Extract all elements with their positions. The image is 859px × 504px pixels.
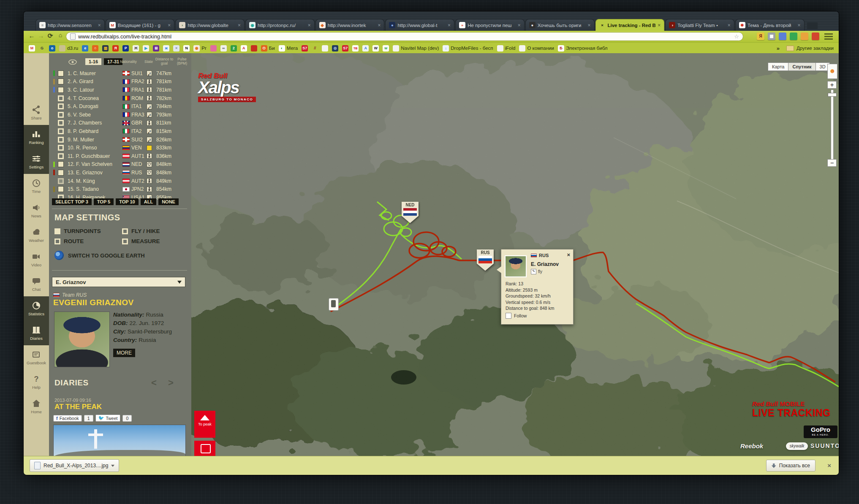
overflow-chevron[interactable]: » xyxy=(777,45,780,51)
forward-button[interactable]: → xyxy=(36,32,46,39)
bookmark-star-icon[interactable]: ☆ xyxy=(734,33,739,40)
tab-close-icon[interactable]: × xyxy=(798,22,801,28)
zoom-in-button[interactable]: + xyxy=(827,81,837,89)
browser-tab[interactable]: ◉http://protonpc.ru/× xyxy=(245,19,315,31)
sidebar-item-statistics[interactable]: Statistics xyxy=(24,296,49,321)
athlete-checkbox[interactable] xyxy=(58,95,64,101)
bookmark-item[interactable]: w xyxy=(383,45,389,51)
athlete-checkbox[interactable] xyxy=(58,120,64,126)
athlete-checkbox[interactable] xyxy=(58,70,64,76)
downloaded-file-button[interactable]: Red_Bull_X-Alps_2013....jpg xyxy=(30,459,119,472)
athlete-checkbox[interactable] xyxy=(58,178,64,184)
athlete-checkbox[interactable] xyxy=(58,170,64,176)
browser-tab[interactable]: ×Live tracking - Red B× xyxy=(595,19,665,31)
select-button[interactable]: TOP 10 xyxy=(116,198,139,205)
turnpoint-marker[interactable] xyxy=(329,298,339,311)
tab-close-icon[interactable]: × xyxy=(728,22,731,28)
bookmark-item[interactable]: M xyxy=(29,45,35,51)
table-row[interactable]: 10. R. PensoVEN833km xyxy=(49,144,191,152)
sidebar-item-weather[interactable]: Weather xyxy=(24,223,49,247)
map-view-button[interactable]: Карта xyxy=(768,62,788,71)
address-bar[interactable]: www.redbullxalps.com/live-tracking.html … xyxy=(66,32,743,41)
tab-close-icon[interactable]: × xyxy=(587,22,590,28)
bookmark-item[interactable]: iFold xyxy=(497,45,516,51)
browser-tab[interactable]: »Не пропустили пеш× xyxy=(455,19,525,31)
table-row[interactable]: 15. S. TadanoJPN2854km xyxy=(49,185,191,193)
bookmark-item[interactable]: БЭлектронная библ xyxy=(558,45,608,51)
bookmark-item[interactable]: A xyxy=(362,45,369,51)
table-row[interactable]: 14. M. KüngAUT2849km xyxy=(49,177,191,185)
bookmark-item[interactable]: ж xyxy=(163,45,169,51)
athlete-checkbox[interactable] xyxy=(58,161,64,167)
bookmark-item[interactable]: S7 xyxy=(302,45,308,51)
bookmark-item[interactable]: G xyxy=(39,45,45,51)
tab-close-icon[interactable]: × xyxy=(658,22,661,28)
table-row[interactable]: 7. J. ChambersGBR811km xyxy=(49,119,191,127)
browser-tab[interactable]: ◆http://www.inortek× xyxy=(315,19,385,31)
bookmark-item[interactable] xyxy=(322,45,328,51)
tab-close-icon[interactable]: × xyxy=(238,22,241,28)
sidebar-item-diaries[interactable]: Diaries xyxy=(24,321,49,345)
bookmark-item[interactable]: ○ xyxy=(92,45,98,51)
other-bookmarks-label[interactable]: Другие закладки xyxy=(796,46,834,51)
bookmark-item[interactable]: o xyxy=(49,45,55,51)
bookmark-item[interactable]: О компании xyxy=(519,45,554,51)
map-view-active-button[interactable]: Спутник xyxy=(788,62,816,71)
browser-tab[interactable]: MВходящие (161) - g× xyxy=(106,19,175,31)
map-setting-option[interactable]: MEASURE xyxy=(122,238,183,244)
tab-close-icon[interactable]: × xyxy=(168,22,171,28)
sidebar-item-home[interactable]: Home xyxy=(24,394,49,419)
sidebar-item-chat[interactable]: Chat xyxy=(24,272,49,296)
bookmark-item[interactable]: OБи xyxy=(261,45,275,51)
athlete-checkbox[interactable] xyxy=(58,153,64,159)
extension-icon[interactable] xyxy=(790,33,797,40)
browser-tab[interactable]: ●Хочешь быть ориги× xyxy=(525,19,595,31)
bookmark-item[interactable]: W xyxy=(372,45,379,51)
url-text[interactable]: www.redbullxalps.com/live-tracking.html xyxy=(78,34,731,40)
extension-icon[interactable] xyxy=(812,33,819,40)
table-row[interactable]: 3. C. LatourFRA1781km xyxy=(49,86,191,94)
athlete-checkbox[interactable] xyxy=(58,186,64,192)
facebook-button[interactable]: fFacebook xyxy=(53,415,82,422)
bookmark-item[interactable]: d3.ru xyxy=(59,45,78,51)
browser-tab[interactable]: ●http://www.global-t× xyxy=(385,19,454,31)
more-button[interactable]: MORE xyxy=(113,349,135,357)
bookmark-item[interactable]: А xyxy=(241,45,247,51)
diaries-prev-arrow[interactable]: < xyxy=(151,377,157,388)
select-button[interactable]: NONE xyxy=(158,198,179,205)
bookmarks-overflow[interactable]: »Другие закладки xyxy=(777,45,839,51)
eye-icon[interactable] xyxy=(68,60,77,65)
tab-close-icon[interactable]: × xyxy=(448,22,451,28)
bookmark-item[interactable]: 2 xyxy=(231,45,237,51)
extension-icon[interactable] xyxy=(801,33,808,40)
setting-checkbox[interactable] xyxy=(122,228,128,234)
popup-close-icon[interactable]: × xyxy=(567,252,570,258)
extension-icon[interactable]: Я xyxy=(757,33,764,40)
diary-post-title[interactable]: AT THE PEAK xyxy=(54,403,102,411)
setting-checkbox[interactable] xyxy=(54,238,60,244)
browser-tab[interactable]: ◗http://www.globalte× xyxy=(175,19,245,31)
tab-close-icon[interactable]: × xyxy=(308,22,311,28)
table-row[interactable]: 2. A. GirardFRA2781km xyxy=(49,78,191,86)
show-all-downloads-button[interactable]: Показать все xyxy=(766,460,816,471)
bookmark-item[interactable]: ◐Мега xyxy=(279,45,298,51)
back-button[interactable]: ← xyxy=(27,32,36,39)
tweet-button[interactable]: 🐦Tweet xyxy=(95,415,121,422)
bookmark-item[interactable]: ◍ xyxy=(332,45,338,51)
reload-button[interactable]: ⟳ xyxy=(46,32,55,40)
bookmark-item[interactable]: e xyxy=(82,45,88,51)
bookmark-item[interactable]: ▶ xyxy=(143,45,149,51)
pager-tab-1-16[interactable]: 1-16 xyxy=(85,58,101,65)
bookmark-item[interactable]: Ж xyxy=(133,45,139,51)
bookmark-item[interactable]: ⊞ xyxy=(153,45,159,51)
extension-icon[interactable]: ▦ xyxy=(768,33,775,40)
follow-checkbox[interactable] xyxy=(506,313,511,319)
download-bar-close-icon[interactable]: × xyxy=(827,462,831,469)
athlete-checkbox[interactable] xyxy=(58,103,64,109)
table-row[interactable]: 4. T. CoconeaROM782km xyxy=(49,94,191,103)
new-tab-button[interactable] xyxy=(807,22,818,29)
bookmark-item[interactable]: ▥ xyxy=(102,45,109,51)
diaries-next-arrow[interactable]: > xyxy=(168,377,174,388)
menu-icon[interactable] xyxy=(824,33,833,40)
setting-checkbox[interactable] xyxy=(122,238,128,244)
